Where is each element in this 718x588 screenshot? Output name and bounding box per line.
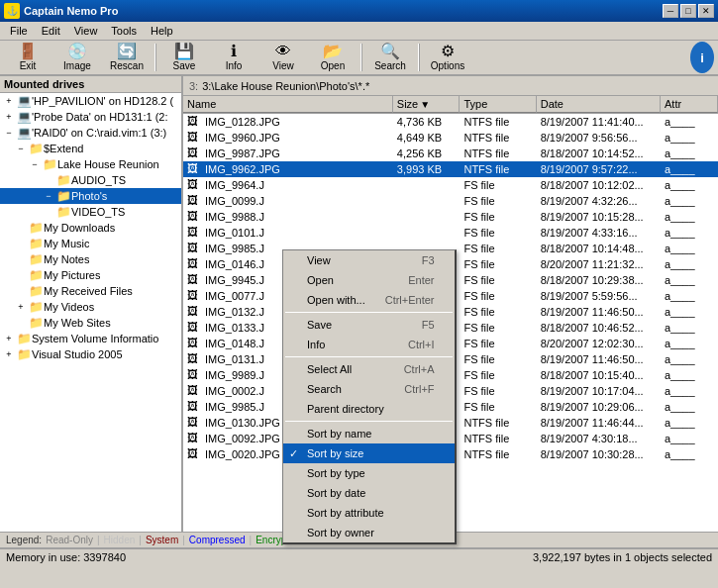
image-button[interactable]: 💿 Image bbox=[53, 42, 101, 73]
ctx-sort-name[interactable]: Sort by name bbox=[283, 424, 455, 443]
sort-arrow: ▼ bbox=[420, 99, 430, 110]
view-button[interactable]: 👁 View bbox=[259, 42, 307, 73]
file-name: IMG_0130.JPG bbox=[205, 417, 280, 429]
rescan-label: Rescan bbox=[110, 60, 144, 71]
menu-tools[interactable]: Tools bbox=[105, 24, 143, 38]
ctx-sort-type[interactable]: Sort by type bbox=[283, 463, 455, 483]
tree-item-label: 'HP_PAVILION' on HD128.2 ( bbox=[32, 95, 173, 107]
file-attr-cell: a____ bbox=[661, 225, 718, 241]
file-row[interactable]: 🖼 IMG_0101.J FS file 8/19/2007 4:33:16..… bbox=[183, 225, 718, 241]
tree-item[interactable]: 📁 My Received Files bbox=[0, 283, 181, 299]
tree-folder-icon: 📁 bbox=[28, 316, 44, 330]
close-button[interactable]: ✕ bbox=[698, 4, 714, 18]
menu-file[interactable]: File bbox=[4, 24, 34, 38]
file-icon: 🖼 bbox=[187, 210, 203, 224]
ctx-sort-date[interactable]: Sort by date bbox=[283, 483, 455, 503]
file-icon: 🖼 bbox=[187, 337, 203, 350]
file-name: IMG_0131.J bbox=[205, 353, 264, 365]
tree-item[interactable]: − 📁 Photo's bbox=[0, 188, 181, 204]
file-row[interactable]: 🖼 IMG_9988.J FS file 8/19/2007 10:15:28.… bbox=[183, 209, 718, 225]
tree-item[interactable]: + 📁 My Videos bbox=[0, 299, 181, 315]
file-row[interactable]: 🖼 IMG_9960.JPG 4,649 KB NTFS file 8/19/2… bbox=[183, 130, 718, 146]
file-row[interactable]: 🖼 IMG_0099.J FS file 8/19/2007 4:32:26..… bbox=[183, 193, 718, 209]
open-button[interactable]: 📂 Open bbox=[309, 42, 357, 73]
menu-view[interactable]: View bbox=[68, 24, 104, 38]
file-name-cell: 🖼 IMG_9987.JPG bbox=[183, 146, 393, 161]
exit-button[interactable]: 🚪 Exit bbox=[4, 42, 51, 73]
ctx-info[interactable]: Info Ctrl+I bbox=[283, 335, 455, 354]
legend-system: System bbox=[146, 535, 178, 545]
search-button[interactable]: 🔍 Search bbox=[366, 42, 414, 73]
tree-folder-icon: 📁 bbox=[28, 221, 44, 235]
ctx-search[interactable]: Search Ctrl+F bbox=[283, 379, 455, 399]
ctx-sort-size[interactable]: ✓ Sort by size bbox=[283, 443, 455, 463]
col-header-name[interactable]: Name bbox=[183, 96, 393, 113]
ctx-parent[interactable]: Parent directory bbox=[283, 399, 455, 419]
ctx-save[interactable]: Save F5 bbox=[283, 315, 455, 335]
tree-folder-icon: 📁 bbox=[55, 189, 71, 203]
tree-item[interactable]: 📁 My Music bbox=[0, 236, 181, 251]
file-size-cell: 3,993 KB bbox=[393, 161, 461, 177]
ctx-open-with[interactable]: Open with... Ctrl+Enter bbox=[283, 290, 455, 310]
tree-folder-icon: 📁 bbox=[28, 252, 44, 266]
status-bar: Memory in use: 3397840 3,922,197 bytes i… bbox=[0, 547, 718, 565]
open-icon: 📂 bbox=[323, 44, 343, 59]
file-row[interactable]: 🖼 IMG_9987.JPG 4,256 KB NTFS file 8/18/2… bbox=[183, 146, 718, 161]
ctx-select-all[interactable]: Select All Ctrl+A bbox=[283, 359, 455, 379]
file-icon: 🖼 bbox=[187, 368, 203, 382]
ctx-view[interactable]: View F3 bbox=[283, 250, 455, 270]
tree-item[interactable]: 📁 AUDIO_TS bbox=[0, 172, 181, 188]
rescan-button[interactable]: 🔄 Rescan bbox=[103, 42, 151, 73]
ctx-sort-attr[interactable]: Sort by attribute bbox=[283, 503, 455, 523]
memory-status: Memory in use: 3397840 bbox=[6, 551, 525, 563]
menu-edit[interactable]: Edit bbox=[36, 24, 66, 38]
file-row[interactable]: 🖼 IMG_0128.JPG 4,736 KB NTFS file 8/19/2… bbox=[183, 114, 718, 130]
ctx-open[interactable]: Open Enter bbox=[283, 270, 455, 290]
file-date-cell: 8/18/2007 10:46:52... bbox=[537, 320, 661, 336]
tree-folder-icon: 📁 bbox=[28, 237, 44, 250]
file-name-cell: 🖼 IMG_0128.JPG bbox=[183, 114, 393, 130]
tree-item-label: AUDIO_TS bbox=[71, 174, 126, 186]
tree-item[interactable]: − 💻 'RAID0' on C:\raid.vim:1 (3:) bbox=[0, 125, 181, 141]
minimize-button[interactable]: ─ bbox=[663, 4, 678, 18]
ctx-item-label: Info bbox=[307, 339, 325, 350]
file-row[interactable]: 🖼 IMG_9962.JPG 3,993 KB NTFS file 8/19/2… bbox=[183, 161, 718, 177]
col-header-attr[interactable]: Attr bbox=[661, 96, 718, 113]
legend-sep4: | bbox=[250, 535, 253, 545]
file-name: IMG_0133.J bbox=[205, 322, 264, 334]
file-name: IMG_0020.JPG bbox=[205, 448, 280, 460]
ctx-shortcut: F3 bbox=[402, 254, 435, 266]
ctx-shortcut: Ctrl+F bbox=[384, 383, 434, 395]
maximize-button[interactable]: □ bbox=[680, 4, 696, 18]
tree-item[interactable]: 📁 My Pictures bbox=[0, 267, 181, 283]
file-attr-cell: a____ bbox=[661, 399, 718, 415]
ctx-sort-owner[interactable]: Sort by owner bbox=[283, 523, 455, 542]
save-button[interactable]: 💾 Save bbox=[160, 42, 208, 73]
options-button[interactable]: ⚙ Options bbox=[424, 42, 471, 73]
tree-item[interactable]: 📁 My Notes bbox=[0, 251, 181, 267]
col-header-type[interactable]: Type bbox=[460, 96, 536, 113]
file-size-cell bbox=[393, 209, 461, 225]
tree-item[interactable]: − 📁 Lake House Reunion bbox=[0, 156, 181, 172]
file-type-cell: NTFS file bbox=[460, 114, 536, 130]
col-header-size[interactable]: Size ▼ bbox=[393, 96, 461, 113]
tree-item[interactable]: + 💻 'Probe Data' on HD131:1 (2: bbox=[0, 109, 181, 125]
col-header-date[interactable]: Date bbox=[537, 96, 661, 113]
file-name-cell: 🖼 IMG_9960.JPG bbox=[183, 130, 393, 146]
file-row[interactable]: 🖼 IMG_9964.J FS file 8/18/2007 10:12:02.… bbox=[183, 177, 718, 193]
tree-expand: + bbox=[2, 112, 16, 122]
tree-folder-icon: 📁 bbox=[28, 268, 44, 282]
tree-item[interactable]: 📁 My Web Sites bbox=[0, 315, 181, 331]
tree-item[interactable]: + 📁 System Volume Informatio bbox=[0, 331, 181, 346]
tree-item[interactable]: 📁 VIDEO_TS bbox=[0, 204, 181, 220]
info-button[interactable]: ℹ Info bbox=[210, 42, 257, 73]
file-size-cell bbox=[393, 193, 461, 209]
tree-item[interactable]: − 📁 $Extend bbox=[0, 141, 181, 156]
tree-item-label: 'RAID0' on C:\raid.vim:1 (3:) bbox=[32, 127, 166, 139]
tree-item[interactable]: + 📁 Visual Studio 2005 bbox=[0, 346, 181, 362]
tree-item[interactable]: 📁 My Downloads bbox=[0, 220, 181, 236]
menu-help[interactable]: Help bbox=[145, 24, 179, 38]
help-button[interactable]: i bbox=[690, 42, 714, 73]
tree-item[interactable]: + 💻 'HP_PAVILION' on HD128.2 ( bbox=[0, 93, 181, 109]
file-attr-cell: a____ bbox=[661, 256, 718, 272]
